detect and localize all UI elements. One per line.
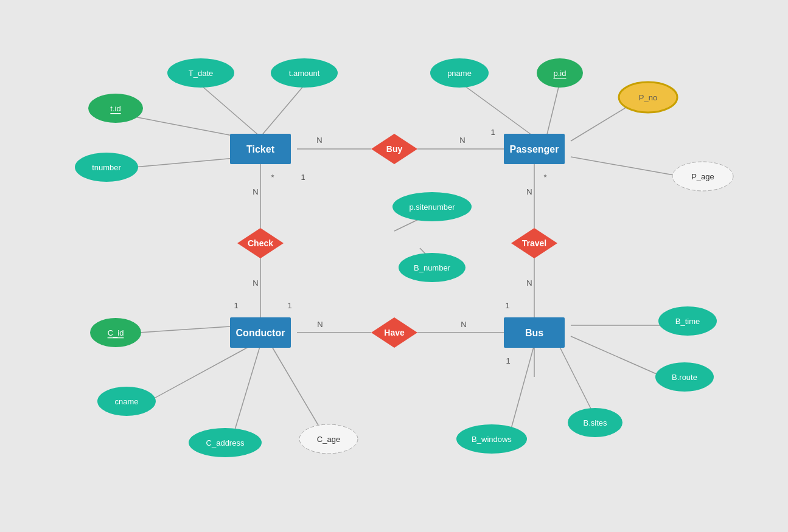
svg-rect-0 bbox=[0, 0, 788, 532]
card-passenger-travel-n: N bbox=[526, 187, 532, 196]
entity-ticket-label: Ticket bbox=[246, 144, 275, 154]
attr-c-age-label: C_age bbox=[317, 435, 340, 444]
attr-b-sites-label: B.sites bbox=[583, 418, 607, 427]
attr-pname-label: pname bbox=[447, 69, 472, 78]
card-conductor-have-n: N bbox=[317, 320, 323, 329]
attr-tnumber-label: tnumber bbox=[92, 163, 121, 172]
entity-passenger-label: Passenger bbox=[510, 144, 559, 154]
card-check-conductor-n: N bbox=[253, 278, 258, 288]
card-have-bus-n: N bbox=[461, 320, 466, 329]
entity-bus-label: Bus bbox=[525, 328, 543, 338]
card-check-1: 1 bbox=[301, 173, 305, 182]
card-buy-passenger-n: N bbox=[459, 136, 465, 145]
card-ticket-buy-n: N bbox=[316, 136, 322, 145]
card-conductor-have-1: 1 bbox=[287, 301, 291, 310]
card-passenger-star: * bbox=[543, 173, 546, 182]
card-conductor-check-1: 1 bbox=[234, 301, 238, 310]
attr-cname-label: cname bbox=[114, 397, 138, 406]
card-passenger-1: 1 bbox=[490, 128, 495, 137]
attr-t-date-label: T_date bbox=[189, 69, 213, 78]
attr-b-number-label: B_number bbox=[414, 263, 451, 272]
card-ticket-star: * bbox=[271, 173, 274, 182]
attr-b-time-label: B_time bbox=[675, 317, 700, 326]
attr-t-id-label: t.id bbox=[110, 104, 120, 113]
attr-p-no-label: P_no bbox=[639, 93, 657, 102]
er-diagram: Ticket Passenger Conductor Bus Buy Check… bbox=[0, 0, 788, 532]
card-travel-bus-n: N bbox=[526, 278, 532, 288]
attr-p-id-label: p.id bbox=[554, 69, 567, 78]
attr-c-id-label: C_id bbox=[108, 328, 124, 337]
relation-buy-label: Buy bbox=[386, 144, 403, 154]
relation-check-label: Check bbox=[248, 238, 273, 248]
relation-have-label: Have bbox=[384, 328, 405, 337]
entity-conductor-label: Conductor bbox=[236, 328, 285, 338]
card-ticket-check-n: N bbox=[253, 187, 258, 196]
attr-c-address-label: C_address bbox=[206, 438, 245, 447]
attr-t-amount-label: t.amount bbox=[289, 69, 320, 78]
attr-b-windows-label: B_windows bbox=[472, 435, 512, 444]
card-bus-travel-1: 1 bbox=[505, 301, 509, 310]
attr-b-route-label: B.route bbox=[672, 373, 697, 382]
attr-p-age-label: P_age bbox=[691, 172, 714, 181]
relation-travel-label: Travel bbox=[522, 238, 546, 248]
attr-p-sitenumber-label: p.sitenumber bbox=[409, 202, 455, 212]
card-bus-bottom-1: 1 bbox=[506, 356, 510, 365]
